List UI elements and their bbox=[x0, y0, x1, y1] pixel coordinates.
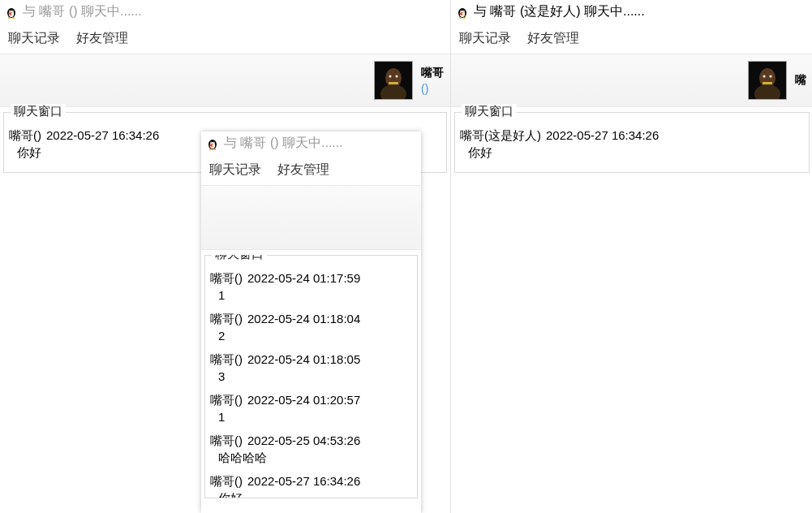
chat-panel-label: 聊天窗口 bbox=[212, 255, 267, 262]
svg-point-19 bbox=[461, 11, 462, 11]
message-timestamp: 2022-05-24 01:20:57 bbox=[247, 393, 360, 407]
message-body: 2 bbox=[210, 327, 412, 344]
svg-point-7 bbox=[8, 17, 11, 19]
chat-panel-label: 聊天窗口 bbox=[462, 104, 517, 119]
message-timestamp: 2022-05-27 16:34:26 bbox=[247, 474, 360, 488]
message-meta: 嘴哥()2022-05-25 04:53:26 bbox=[210, 432, 412, 449]
qq-penguin-icon bbox=[206, 137, 219, 150]
message-list: 嘴哥(这是好人)2022-05-27 16:34:26你好 bbox=[460, 127, 804, 161]
svg-point-27 bbox=[763, 75, 766, 78]
message-timestamp: 2022-05-24 01:17:59 bbox=[247, 271, 360, 285]
friend-header bbox=[201, 185, 421, 250]
message-body: 你好 bbox=[460, 144, 804, 161]
svg-rect-14 bbox=[389, 82, 398, 84]
message-meta: 嘴哥(这是好人)2022-05-27 16:34:26 bbox=[460, 127, 804, 144]
avatar[interactable] bbox=[748, 61, 787, 100]
qq-penguin-icon bbox=[456, 6, 469, 19]
message: 嘴哥()2022-05-24 01:18:042 bbox=[210, 310, 412, 344]
message: 嘴哥()2022-05-24 01:17:591 bbox=[210, 269, 412, 304]
svg-point-4 bbox=[10, 11, 11, 11]
message: 嘴哥(这是好人)2022-05-27 16:34:26你好 bbox=[460, 127, 804, 161]
message-meta: 嘴哥()2022-05-24 01:20:57 bbox=[210, 391, 412, 408]
avatar[interactable] bbox=[374, 61, 413, 100]
friend-header: 嘴 bbox=[451, 54, 812, 107]
message: 嘴哥()2022-05-24 01:20:571 bbox=[210, 391, 412, 425]
svg-rect-29 bbox=[763, 82, 772, 84]
svg-point-23 bbox=[463, 17, 466, 19]
chat-window-2: 与 嘴哥 () 聊天中...... 聊天记录 好友管理 聊天窗口 嘴哥()202… bbox=[201, 131, 421, 513]
menu-friend-mgmt[interactable]: 好友管理 bbox=[277, 162, 329, 179]
message-sender: 嘴哥() bbox=[210, 312, 243, 325]
svg-point-38 bbox=[213, 149, 217, 150]
svg-point-35 bbox=[213, 142, 214, 143]
svg-point-37 bbox=[209, 149, 213, 150]
svg-point-5 bbox=[12, 11, 13, 11]
svg-point-8 bbox=[12, 17, 15, 19]
svg-point-12 bbox=[389, 75, 392, 78]
chat-panel: 聊天窗口 嘴哥(这是好人)2022-05-27 16:34:26你好 bbox=[454, 112, 810, 173]
menu-chat-history[interactable]: 聊天记录 bbox=[459, 30, 511, 47]
chat-panel-label: 聊天窗口 bbox=[11, 104, 66, 119]
friend-subtitle: () bbox=[421, 82, 444, 95]
message-sender: 嘴哥() bbox=[210, 474, 243, 488]
message-sender: 嘴哥() bbox=[210, 433, 243, 447]
message-sender: 嘴哥() bbox=[210, 271, 243, 285]
menu-bar: 聊天记录 好友管理 bbox=[0, 25, 450, 54]
window-title-bar[interactable]: 与 嘴哥 () 聊天中...... bbox=[201, 131, 421, 157]
menu-bar: 聊天记录 好友管理 bbox=[201, 157, 421, 185]
svg-point-34 bbox=[211, 142, 212, 143]
message-body: 1 bbox=[210, 408, 412, 425]
message-body: 哈哈哈哈 bbox=[210, 449, 412, 466]
svg-point-20 bbox=[463, 11, 464, 11]
friend-name: 嘴哥 bbox=[421, 66, 444, 80]
menu-bar: 聊天记录 好友管理 bbox=[451, 25, 812, 54]
menu-friend-mgmt[interactable]: 好友管理 bbox=[527, 30, 579, 47]
message-timestamp: 2022-05-25 04:53:26 bbox=[247, 433, 360, 447]
message-meta: 嘴哥()2022-05-24 01:18:04 bbox=[210, 310, 412, 327]
menu-chat-history[interactable]: 聊天记录 bbox=[8, 30, 60, 47]
message-timestamp: 2022-05-27 16:34:26 bbox=[546, 128, 659, 142]
message-timestamp: 2022-05-24 01:18:05 bbox=[247, 352, 360, 366]
message-timestamp: 2022-05-27 16:34:26 bbox=[46, 128, 159, 142]
qq-penguin-icon bbox=[5, 6, 18, 19]
message-body: 3 bbox=[210, 368, 412, 385]
chat-panel: 聊天窗口 嘴哥()2022-05-24 01:17:591嘴哥()2022-05… bbox=[204, 255, 418, 498]
friend-header: 嘴哥 () bbox=[0, 54, 450, 107]
message-sender: 嘴哥() bbox=[9, 128, 41, 142]
message-meta: 嘴哥()2022-05-24 01:18:05 bbox=[210, 351, 412, 368]
message: 嘴哥()2022-05-27 16:34:26你好 bbox=[210, 472, 412, 498]
message-body: 1 bbox=[210, 287, 412, 304]
svg-point-13 bbox=[396, 75, 398, 78]
window-title: 与 嘴哥 () 聊天中...... bbox=[23, 3, 142, 20]
svg-point-22 bbox=[459, 17, 462, 19]
message: 嘴哥()2022-05-24 01:18:053 bbox=[210, 351, 412, 385]
friend-name: 嘴 bbox=[795, 73, 806, 88]
message-list: 嘴哥()2022-05-24 01:17:591嘴哥()2022-05-24 0… bbox=[210, 269, 412, 498]
message-meta: 嘴哥()2022-05-24 01:17:59 bbox=[210, 269, 412, 287]
message-sender: 嘴哥(这是好人) bbox=[460, 128, 541, 142]
message-meta: 嘴哥()2022-05-27 16:34:26 bbox=[210, 472, 412, 489]
menu-chat-history[interactable]: 聊天记录 bbox=[209, 162, 261, 179]
window-title: 与 嘴哥 (这是好人) 聊天中...... bbox=[474, 3, 645, 20]
svg-point-28 bbox=[770, 75, 772, 78]
message-timestamp: 2022-05-24 01:18:04 bbox=[247, 312, 360, 325]
message: 嘴哥()2022-05-25 04:53:26哈哈哈哈 bbox=[210, 432, 412, 466]
message-sender: 嘴哥() bbox=[210, 393, 243, 407]
chat-window-3: 与 嘴哥 (这是好人) 聊天中...... 聊天记录 好友管理 嘴 聊天窗口 嘴… bbox=[450, 0, 812, 513]
friend-info: 嘴 bbox=[795, 73, 806, 88]
window-title-bar[interactable]: 与 嘴哥 () 聊天中...... bbox=[0, 0, 450, 25]
window-title: 与 嘴哥 () 聊天中...... bbox=[224, 135, 343, 152]
message-sender: 嘴哥() bbox=[210, 352, 243, 366]
menu-friend-mgmt[interactable]: 好友管理 bbox=[76, 30, 128, 47]
window-title-bar[interactable]: 与 嘴哥 (这是好人) 聊天中...... bbox=[451, 0, 812, 25]
message-body: 你好 bbox=[210, 489, 412, 498]
friend-info: 嘴哥 () bbox=[421, 66, 444, 95]
